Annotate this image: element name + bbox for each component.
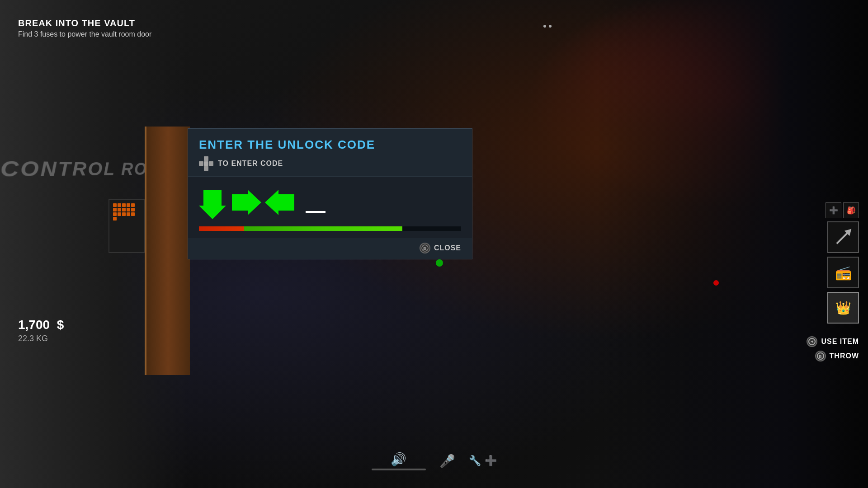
item-slot-knife — [827, 221, 859, 253]
radio-icon: 📻 — [835, 265, 852, 281]
svg-marker-4 — [232, 190, 261, 215]
panel-light — [122, 212, 126, 216]
arrow-right-container — [230, 190, 261, 217]
tool-medic-icon: ➕ — [485, 455, 497, 467]
progress-bar-container — [199, 226, 461, 231]
player-indicator — [436, 259, 443, 267]
arrow-down-icon — [199, 188, 226, 219]
panel-light — [127, 203, 130, 207]
tool-wrench-icon: 🔧 — [469, 455, 481, 467]
modal-footer: B CLOSE — [188, 238, 472, 259]
control-room-label: CONTROL RO... — [0, 156, 163, 182]
hud-money: 1,700 $ — [18, 318, 64, 332]
bottom-hud: 🔊 🎤 🔧 ➕ — [344, 443, 524, 479]
door-frame — [145, 127, 190, 375]
control-panel — [108, 199, 145, 253]
unlock-code-modal[interactable]: ENTER THE UNLOCK CODE TO ENTER CODE — [188, 128, 472, 259]
panel-lights — [109, 200, 144, 224]
svg-marker-3 — [199, 190, 226, 219]
panel-light — [118, 212, 121, 216]
use-item-action: USE ITEM — [807, 336, 859, 347]
modal-body — [188, 177, 472, 238]
item-slot-crown: 👑 — [827, 292, 859, 324]
panel-light — [122, 203, 126, 207]
sound-bar — [372, 469, 426, 470]
item-slot-radio: 📻 — [827, 257, 859, 288]
close-button[interactable]: B CLOSE — [420, 243, 461, 253]
throw-action: B THROW — [815, 351, 859, 361]
svg-text:B: B — [423, 246, 427, 251]
use-item-label: USE ITEM — [821, 338, 859, 346]
arrow-right-icon — [230, 190, 261, 215]
throw-button-icon: B — [815, 351, 826, 361]
progress-bar-red — [199, 226, 244, 231]
sound-icon: 🔊 — [391, 452, 406, 467]
panel-light — [127, 212, 130, 216]
money-value: 1,700 — [18, 318, 50, 332]
sound-control: 🔊 — [372, 452, 426, 470]
svg-text:B: B — [819, 354, 822, 359]
arrow-left-container — [265, 190, 297, 217]
arrow-left-icon — [265, 190, 297, 215]
dot-1 — [543, 25, 546, 28]
objective-box: BREAK INTO THE VAULT Find 3 fuses to pow… — [18, 18, 151, 38]
panel-light — [118, 208, 121, 211]
panel-light — [113, 208, 117, 211]
panel-light — [127, 208, 130, 211]
panel-light — [122, 208, 126, 211]
dpad-icon — [199, 156, 213, 171]
panel-light — [113, 217, 117, 221]
modal-instruction: TO ENTER CODE — [199, 156, 461, 171]
bag-icon: 🎒 — [843, 202, 859, 218]
use-item-button-icon — [807, 336, 817, 347]
panel-light — [118, 203, 121, 207]
code-cursor — [306, 211, 326, 213]
svg-marker-5 — [265, 190, 294, 215]
action-labels: USE ITEM B THROW — [807, 336, 859, 361]
throw-label: THROW — [830, 352, 859, 360]
progress-bar-green — [244, 226, 402, 231]
top-right-item-icons: ➕ 🎒 — [826, 202, 859, 218]
panel-light — [113, 203, 117, 207]
panel-light — [131, 212, 135, 216]
panel-light — [131, 203, 135, 207]
close-label: CLOSE — [434, 244, 461, 252]
close-button-icon: B — [420, 243, 430, 253]
objective-title: BREAK INTO THE VAULT — [18, 18, 151, 28]
panel-light — [131, 208, 135, 211]
modal-title: ENTER THE UNLOCK CODE — [199, 138, 461, 152]
item-bar: 📻 👑 — [827, 221, 859, 324]
crown-icon: 👑 — [835, 300, 851, 315]
arrow-down-container — [199, 188, 226, 219]
hud-weight: 22.3 KG — [18, 334, 64, 343]
objective-description: Find 3 fuses to power the vault room doo… — [18, 30, 151, 38]
red-dot-indicator — [713, 280, 719, 286]
currency-symbol: $ — [57, 318, 64, 332]
panel-light — [113, 212, 117, 216]
arrow-sequence — [199, 184, 461, 223]
dot-2 — [549, 25, 552, 28]
microphone-icon: 🎤 — [439, 454, 455, 469]
indicator-dots — [543, 25, 552, 28]
medkit-icon: ➕ — [826, 202, 841, 218]
tool-icons: 🔧 ➕ — [469, 455, 497, 467]
modal-header: ENTER THE UNLOCK CODE TO ENTER CODE — [188, 129, 472, 177]
hud-stats: 1,700 $ 22.3 KG — [18, 318, 64, 343]
instruction-text: TO ENTER CODE — [218, 160, 283, 168]
knife-icon — [836, 230, 850, 244]
